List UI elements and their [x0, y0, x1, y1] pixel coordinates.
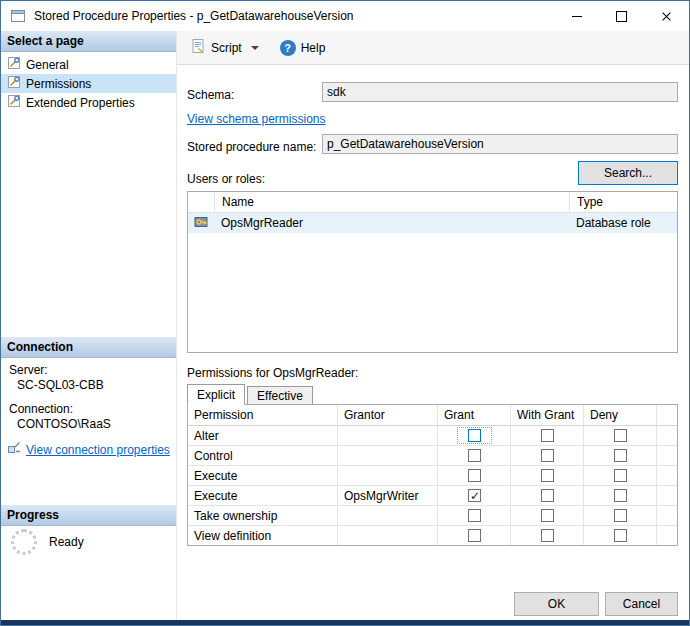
grant-checkbox[interactable]	[468, 489, 481, 502]
schema-label: Schema:	[187, 88, 234, 102]
users-table-header: Name Type	[188, 192, 677, 213]
grant-checkbox[interactable]	[468, 469, 481, 482]
column-with-grant: With Grant	[511, 405, 584, 425]
deny-cell	[584, 526, 657, 545]
sidebar-item-general[interactable]: General	[1, 55, 176, 74]
with-grant-cell	[511, 526, 584, 545]
with-grant-cell	[511, 446, 584, 465]
user-type-cell: Database role	[569, 213, 677, 233]
grid-filler-cell	[657, 486, 677, 505]
users-table-row[interactable]: OpsMgrReader Database role	[188, 213, 677, 233]
main-panel: Script ? Help Schema: View schema permis…	[177, 31, 689, 620]
ok-button[interactable]: OK	[514, 592, 599, 616]
with-grant-cell	[511, 506, 584, 525]
permission-name-cell: View definition	[188, 526, 338, 545]
permission-row: View definition	[188, 526, 677, 545]
server-value: SC-SQL03-CBB	[17, 378, 176, 392]
schema-input[interactable]	[322, 82, 678, 102]
connection-block: Server: SC-SQL03-CBB Connection: CONTOSO…	[1, 361, 176, 458]
deny-checkbox[interactable]	[614, 469, 627, 482]
connection-value: CONTOSO\RaaS	[17, 417, 176, 431]
stored-procedure-name-label: Stored procedure name:	[187, 140, 316, 154]
column-deny: Deny	[584, 405, 657, 425]
tab-label: Effective	[257, 389, 303, 403]
grant-checkbox[interactable]	[468, 449, 481, 462]
window-controls	[554, 1, 689, 31]
search-button[interactable]: Search...	[578, 161, 678, 185]
progress-block: Ready	[1, 529, 176, 555]
permission-grantor-cell	[338, 526, 438, 545]
grant-checkbox[interactable]	[468, 509, 481, 522]
deny-checkbox[interactable]	[614, 449, 627, 462]
permission-row: Alter	[188, 426, 677, 446]
page-icon	[7, 56, 21, 73]
tab-effective[interactable]: Effective	[247, 386, 313, 405]
help-button[interactable]: ? Help	[275, 37, 331, 59]
window-icon	[10, 8, 26, 24]
script-dropdown-button[interactable]	[247, 43, 263, 53]
deny-checkbox[interactable]	[614, 509, 627, 522]
grant-checkbox-wrap	[457, 467, 492, 484]
users-column-name: Name	[214, 192, 569, 212]
permission-grantor-cell: OpsMgrWriter	[338, 486, 438, 505]
sidebar-item-extended-properties[interactable]: Extended Properties	[1, 93, 176, 112]
deny-cell	[584, 506, 657, 525]
cancel-button[interactable]: Cancel	[605, 592, 678, 616]
grid-filler-cell	[657, 526, 677, 545]
grant-cell	[438, 526, 511, 545]
view-schema-permissions-link[interactable]: View schema permissions	[187, 112, 326, 126]
progress-status: Ready	[49, 535, 84, 549]
with-grant-checkbox[interactable]	[541, 429, 554, 442]
grant-checkbox-wrap	[457, 427, 492, 444]
grant-cell	[438, 426, 511, 445]
minimize-button[interactable]	[554, 1, 599, 31]
deny-cell	[584, 446, 657, 465]
script-icon	[190, 38, 206, 57]
progress-spinner-icon	[11, 529, 37, 555]
sidebar-item-permissions[interactable]: Permissions	[1, 74, 176, 93]
stored-procedure-properties-window: Stored Procedure Properties - p_GetDataw…	[0, 0, 690, 626]
permission-name-cell: Execute	[188, 466, 338, 485]
grid-filler-cell	[657, 446, 677, 465]
with-grant-cell	[511, 486, 584, 505]
maximize-icon	[616, 11, 627, 22]
grant-cell	[438, 466, 511, 485]
connection-label: Connection:	[9, 402, 176, 416]
script-label: Script	[211, 41, 242, 55]
permission-row: Execute	[188, 466, 677, 486]
user-name-cell: OpsMgrReader	[214, 213, 569, 233]
grid-filler-cell	[657, 466, 677, 485]
sidebar-item-label: Permissions	[26, 77, 91, 91]
deny-cell	[584, 466, 657, 485]
view-connection-properties-link[interactable]: View connection properties	[26, 443, 170, 457]
stored-procedure-name-input[interactable]	[322, 134, 678, 154]
column-grant: Grant	[438, 405, 511, 425]
with-grant-checkbox[interactable]	[541, 509, 554, 522]
script-button[interactable]: Script	[185, 35, 247, 60]
maximize-button[interactable]	[599, 1, 644, 31]
permission-name-cell: Take ownership	[188, 506, 338, 525]
grant-checkbox[interactable]	[468, 529, 481, 542]
with-grant-checkbox[interactable]	[541, 449, 554, 462]
permission-grantor-cell	[338, 446, 438, 465]
with-grant-checkbox[interactable]	[541, 529, 554, 542]
permission-row: Control	[188, 446, 677, 466]
with-grant-cell	[511, 466, 584, 485]
connection-header: Connection	[1, 337, 176, 358]
tab-explicit[interactable]: Explicit	[187, 384, 245, 405]
sidebar-item-label: Extended Properties	[26, 96, 135, 110]
deny-checkbox[interactable]	[614, 429, 627, 442]
server-label: Server:	[9, 363, 176, 377]
with-grant-checkbox[interactable]	[541, 469, 554, 482]
permission-grantor-cell	[338, 506, 438, 525]
grid-filler-cell	[657, 405, 677, 425]
permission-name-cell: Control	[188, 446, 338, 465]
close-button[interactable]	[644, 1, 689, 31]
grant-checkbox[interactable]	[468, 429, 481, 442]
deny-checkbox[interactable]	[614, 529, 627, 542]
permission-name-cell: Execute	[188, 486, 338, 505]
deny-checkbox[interactable]	[614, 489, 627, 502]
sidebar-item-label: General	[26, 58, 69, 72]
with-grant-checkbox[interactable]	[541, 489, 554, 502]
grant-checkbox-wrap	[457, 507, 492, 524]
